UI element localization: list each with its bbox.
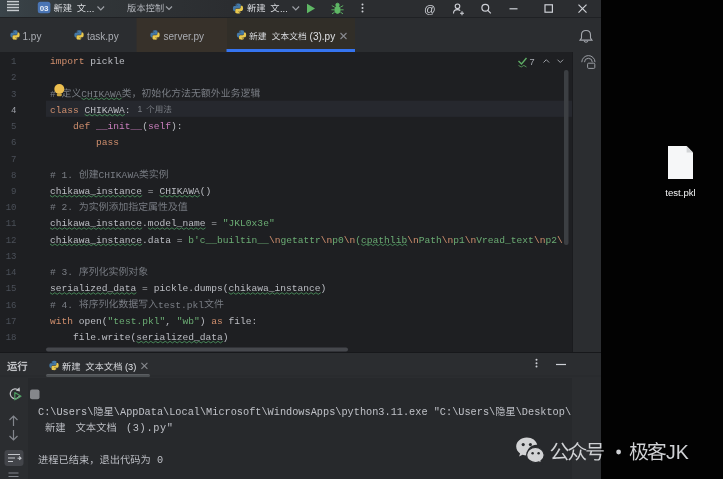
- svg-text:__init__: __init__: [90, 121, 142, 132]
- svg-text:(3).py": (3).py": [126, 422, 174, 434]
- svg-text:pickle: pickle: [85, 56, 126, 67]
- svg-text:\AppData\Local\Microsoft\Windo: \AppData\Local\Microsoft\WindowsApps\pyt…: [114, 406, 495, 418]
- svg-text:file.write(serialized_data): file.write(serialized_data): [50, 332, 228, 343]
- svg-text:def: def: [73, 121, 91, 132]
- svg-text:5: 5: [11, 122, 16, 132]
- svg-text:open(: open(: [73, 316, 108, 327]
- svg-text:(3): (3): [122, 362, 136, 372]
- svg-text:server.py: server.py: [164, 31, 205, 42]
- svg-text:\n: \n: [465, 235, 477, 246]
- svg-text:...: ...: [280, 4, 288, 14]
- svg-text:1: 1: [11, 57, 16, 67]
- svg-text:1: 1: [138, 104, 145, 114]
- svg-text:0: 0: [151, 454, 163, 466]
- svg-text:test.pkl: test.pkl: [665, 187, 695, 198]
- svg-text:13: 13: [6, 252, 17, 262]
- svg-text:10: 10: [6, 203, 17, 213]
- svg-text:serialized_data = pickle.dumps: serialized_data = pickle.dumps(chikawa_i…: [50, 283, 326, 294]
- svg-text:self: self: [148, 121, 171, 132]
- svg-text:16: 16: [6, 301, 17, 311]
- svg-text:# 3.: # 3.: [50, 267, 79, 278]
- svg-text:\n: \n: [269, 235, 281, 246]
- svg-text:p2: p2: [545, 235, 557, 246]
- svg-text:03: 03: [40, 4, 49, 13]
- svg-text:7: 7: [530, 57, 535, 67]
- svg-text:Path: Path: [419, 235, 442, 246]
- svg-text:"wb": "wb": [177, 316, 200, 327]
- svg-text:task.py: task.py: [87, 31, 119, 42]
- svg-text:3: 3: [11, 90, 16, 100]
- svg-text:\n: \n: [442, 235, 454, 246]
- svg-text:4: 4: [11, 106, 16, 116]
- svg-text:file:: file:: [223, 316, 258, 327]
- svg-text:Vread_text: Vread_text: [476, 235, 534, 246]
- svg-text:6: 6: [11, 138, 16, 148]
- svg-text:pass: pass: [96, 137, 119, 148]
- svg-text:14: 14: [6, 268, 17, 278]
- svg-text:@: @: [424, 3, 436, 15]
- svg-text:CHIKAWA: CHIKAWA: [99, 170, 140, 181]
- svg-text:test.pkl: test.pkl: [158, 300, 204, 311]
- svg-text:\n: \n: [344, 235, 356, 246]
- svg-text:(3).py: (3).py: [307, 31, 335, 42]
- svg-text:b'c__builtin__: b'c__builtin__: [188, 235, 269, 246]
- svg-text:p0: p0: [332, 235, 344, 246]
- svg-text:17: 17: [6, 317, 17, 327]
- svg-text:"test.pkl": "test.pkl": [108, 316, 166, 327]
- svg-text:,: ,: [165, 316, 177, 327]
- svg-text:12: 12: [6, 236, 17, 246]
- svg-text:\n: \n: [407, 235, 419, 246]
- svg-text:8: 8: [11, 171, 16, 181]
- svg-text:\: \: [557, 235, 563, 246]
- svg-text:...: ...: [87, 4, 95, 14]
- svg-text:2: 2: [11, 73, 16, 83]
- svg-text:11: 11: [6, 219, 17, 229]
- svg-text:\n: \n: [534, 235, 546, 246]
- svg-text:# 4.: # 4.: [50, 300, 79, 311]
- svg-text:getattr: getattr: [280, 235, 320, 246]
- svg-text:import: import: [50, 56, 85, 67]
- svg-text:9: 9: [11, 187, 16, 197]
- svg-text:C:\Users\: C:\Users\: [38, 406, 93, 418]
- svg-text:p1: p1: [453, 235, 465, 246]
- svg-text:as: as: [211, 316, 223, 327]
- svg-text:15: 15: [6, 284, 17, 294]
- svg-text:# 2.: # 2.: [50, 202, 79, 213]
- svg-text:):: ):: [171, 121, 183, 132]
- svg-text:1.py: 1.py: [23, 31, 42, 42]
- svg-text:\n: \n: [321, 235, 333, 246]
- svg-text:18: 18: [6, 333, 17, 343]
- svg-text:with: with: [50, 316, 73, 327]
- svg-text:7: 7: [11, 155, 16, 165]
- svg-text:"JKL0x3e": "JKL0x3e": [223, 218, 275, 229]
- svg-text:JK: JK: [666, 441, 689, 463]
- svg-text:): ): [200, 316, 212, 327]
- svg-text:\Desktop\: \Desktop\: [516, 406, 571, 418]
- svg-text:class: class: [50, 105, 79, 116]
- svg-text:chikawa_instance.data =: chikawa_instance.data =: [50, 235, 188, 246]
- svg-text:chikawa_instance.model_name =: chikawa_instance.model_name =: [50, 218, 223, 229]
- svg-text:# 1.: # 1.: [50, 170, 79, 181]
